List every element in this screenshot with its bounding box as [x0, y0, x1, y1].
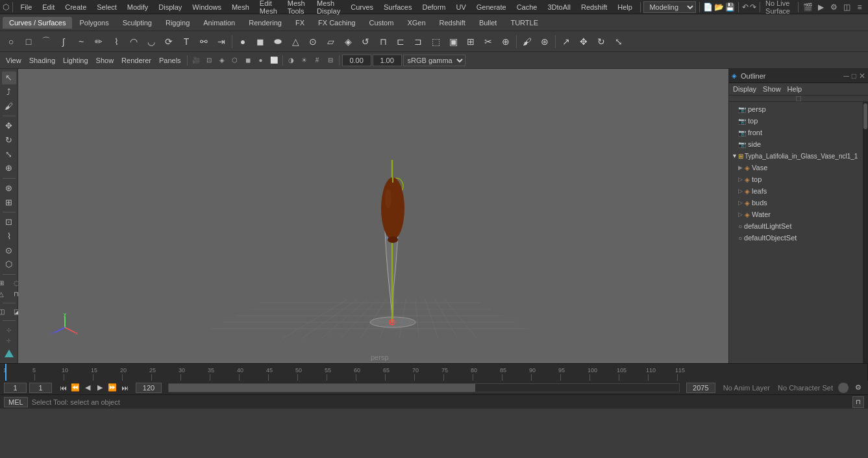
tab-xgen[interactable]: XGen: [401, 17, 432, 29]
display-obj-icon[interactable]: ◈: [216, 55, 228, 66]
poly-snap-icon[interactable]: △: [0, 289, 8, 299]
menu-deform[interactable]: Deform: [417, 2, 450, 12]
maya-logo-icon[interactable]: ⬡: [3, 1, 9, 13]
outliner-menu-display[interactable]: Display: [733, 85, 756, 93]
menu-curves[interactable]: Curves: [346, 2, 378, 12]
tab-polygons[interactable]: Polygons: [73, 17, 115, 29]
snap-curve-icon[interactable]: ⌇: [2, 230, 16, 243]
vp-lighting-btn[interactable]: Lighting: [60, 55, 92, 66]
outliner-scrollbar[interactable]: [863, 102, 868, 363]
nurbs-prim-icon[interactable]: ◈: [340, 33, 356, 50]
workspace-dropdown[interactable]: Modeling Rigging Animation Rendering: [643, 1, 696, 13]
snap-point-icon[interactable]: ⊙: [2, 244, 16, 257]
outliner-scroll-up-btn[interactable]: [796, 96, 801, 101]
extrude-icon[interactable]: ⊏: [392, 33, 409, 50]
menu-mesh-tools[interactable]: Mesh Tools: [283, 0, 311, 16]
cone-icon[interactable]: △: [287, 33, 304, 50]
outliner-item-top-cam[interactable]: 📷 top: [729, 115, 863, 127]
grid-snap-icon[interactable]: ⊞: [0, 278, 8, 288]
outliner-item-leafs[interactable]: ▷ ◈ leafs: [736, 185, 863, 197]
paint-select-icon[interactable]: 🖌: [2, 99, 16, 112]
play-forward-btn[interactable]: ▶: [94, 382, 106, 394]
timeline-canvas[interactable]: [0, 364, 714, 381]
outliner-item-persp[interactable]: 📷 persp: [729, 103, 863, 115]
snap-grid-icon[interactable]: ⊡: [2, 216, 16, 229]
skip-to-start-btn[interactable]: ⏮: [57, 382, 69, 394]
step-forward-btn[interactable]: ⏩: [106, 382, 118, 394]
outliner-item-top-mesh[interactable]: ▷ ◈ top: [736, 173, 863, 185]
sculpt-icon[interactable]: ⊛: [536, 33, 553, 50]
universal-tool-icon[interactable]: ⊕: [2, 162, 16, 175]
arc-icon[interactable]: ⌒: [38, 33, 55, 50]
end-frame-input[interactable]: [136, 383, 162, 393]
key-settings-btn[interactable]: ⚙: [852, 382, 864, 394]
menu-3dtall[interactable]: 3DtoAll: [543, 2, 575, 12]
move-tool-icon[interactable]: ✥: [2, 120, 16, 133]
wireframe-icon[interactable]: ⬡: [229, 55, 241, 66]
torus-icon[interactable]: ⊙: [304, 33, 321, 50]
hud-icon[interactable]: ⊟: [325, 55, 336, 66]
color-value-input-2[interactable]: [373, 55, 402, 66]
vp-shading-btn[interactable]: Shading: [26, 55, 58, 66]
outliner-scrollbar-thumb[interactable]: [863, 103, 867, 129]
undo-icon[interactable]: ↶: [742, 1, 749, 13]
bevel-icon[interactable]: ⊐: [410, 33, 427, 50]
tab-rendering[interactable]: Rendering: [242, 17, 288, 29]
outliner-close-btn[interactable]: ✕: [859, 71, 865, 81]
2pt-arc-icon[interactable]: ◡: [143, 33, 160, 50]
text-icon[interactable]: T: [178, 33, 195, 50]
outliner-item-water[interactable]: ▷ ◈ Water: [736, 209, 863, 220]
outliner-item-main-group[interactable]: ▼ ⊞ Typha_Latifolia_in_Glass_Vase_ncl1_1: [729, 150, 863, 162]
maya-logo-bottom-icon[interactable]: [2, 348, 16, 361]
connect-icon[interactable]: ⚯: [195, 33, 212, 50]
auto-key-button[interactable]: [838, 383, 849, 393]
menu-help[interactable]: Help: [613, 2, 637, 12]
menu-file[interactable]: File: [16, 2, 37, 12]
select-tool-icon[interactable]: ↖: [2, 71, 16, 84]
outliner-item-default-light-set[interactable]: ○ defaultLightSet: [729, 220, 863, 232]
menu-redshift[interactable]: Redshift: [577, 2, 612, 12]
tab-rigging[interactable]: Rigging: [159, 17, 196, 29]
open-icon[interactable]: 📂: [714, 1, 724, 13]
pencil-icon[interactable]: ✏: [90, 33, 107, 50]
settings-icon[interactable]: ⚙: [828, 1, 839, 13]
outliner-minimize-btn[interactable]: ─: [843, 71, 849, 81]
lasso-tool-icon[interactable]: ⤴: [2, 86, 16, 99]
3pt-arc-icon[interactable]: ◠: [125, 33, 142, 50]
viewport[interactable]: persp x y z: [18, 69, 728, 363]
select-icon[interactable]: ↗: [558, 33, 575, 50]
boundary-icon[interactable]: ⬚: [427, 33, 444, 50]
menu-uv[interactable]: UV: [452, 2, 471, 12]
menu-mesh[interactable]: Mesh: [227, 2, 254, 12]
menu-select[interactable]: Select: [92, 2, 121, 12]
menu-edit[interactable]: Edit: [38, 2, 59, 12]
scale-tool-icon[interactable]: ⤡: [2, 147, 16, 160]
tab-bullet[interactable]: Bullet: [473, 17, 504, 29]
birail-icon[interactable]: ⊞: [462, 33, 479, 50]
outliner-maximize-btn[interactable]: □: [852, 71, 856, 81]
loft-icon[interactable]: ⊓: [375, 33, 391, 50]
tab-turtle[interactable]: TURTLE: [504, 17, 545, 29]
script-editor-resize-btn[interactable]: ⊓: [852, 396, 864, 408]
menu-generate[interactable]: Generate: [472, 2, 511, 12]
extend-icon[interactable]: ⇥: [213, 33, 230, 50]
display-prefs-icon[interactable]: ◫: [841, 1, 852, 13]
vp-renderer-btn[interactable]: Renderer: [118, 55, 155, 66]
ambient-icon[interactable]: ☀: [299, 55, 310, 66]
timeline-range-slider[interactable]: [168, 383, 680, 392]
vp-view-btn[interactable]: View: [3, 55, 25, 66]
render-icon[interactable]: 🎬: [802, 1, 813, 13]
circle-icon[interactable]: ○: [3, 33, 19, 50]
vp-show-btn[interactable]: Show: [93, 55, 118, 66]
tab-redshift[interactable]: Redshift: [433, 17, 472, 29]
square-surf-icon[interactable]: ▣: [445, 33, 462, 50]
menu-modify[interactable]: Modify: [123, 2, 153, 12]
ep-curve-icon[interactable]: ⌇: [108, 33, 125, 50]
timeline-ruler[interactable]: [0, 364, 868, 381]
outliner-menu-help[interactable]: Help: [787, 85, 802, 93]
new-scene-icon[interactable]: 📄: [703, 1, 713, 13]
revolve-icon[interactable]: ↺: [357, 33, 374, 50]
outliner-item-buds[interactable]: ▷ ◈ buds: [736, 197, 863, 209]
outliner-item-vase[interactable]: ▶ ◈ Vase: [736, 162, 863, 173]
trim-icon[interactable]: ✂: [480, 33, 497, 50]
